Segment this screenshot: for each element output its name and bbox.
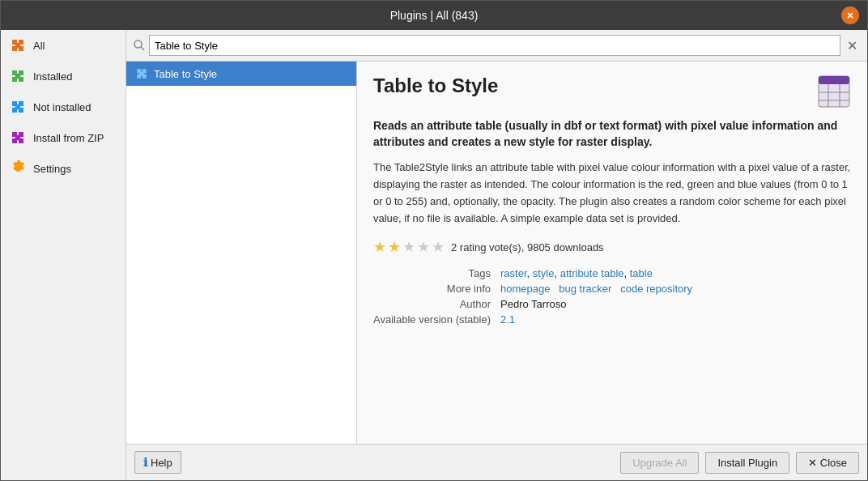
footer: ℹ Help Upgrade All Install Plugin ✕ Clos… bbox=[126, 444, 867, 480]
plugin-list: Table to Style bbox=[126, 62, 357, 444]
star-rating: ★ ★ ★ ★ ★ bbox=[373, 238, 445, 256]
version-value[interactable]: 2.1 bbox=[500, 313, 851, 326]
help-label: Help bbox=[151, 457, 172, 469]
rating-text: 2 rating vote(s), 9805 downloads bbox=[451, 241, 604, 253]
plugin-list-item-label: Table to Style bbox=[154, 68, 217, 80]
detail-body: Reads an attribute table (usually in dbf… bbox=[373, 118, 851, 431]
star-1: ★ bbox=[373, 238, 386, 256]
installed-icon bbox=[9, 67, 27, 85]
tag-attribute-table[interactable]: attribute table bbox=[560, 267, 624, 279]
search-clear-button[interactable]: ✕ bbox=[844, 38, 861, 53]
zip-icon bbox=[9, 129, 27, 147]
star-3: ★ bbox=[402, 238, 415, 256]
window-title: Plugins | All (843) bbox=[390, 9, 479, 22]
sidebar-item-installed[interactable]: Installed bbox=[1, 61, 126, 92]
close-button[interactable]: × bbox=[841, 6, 859, 24]
tags-value: raster, style, attribute table, table bbox=[500, 267, 851, 279]
version-label: Available version (stable) bbox=[373, 313, 491, 326]
footer-left: ℹ Help bbox=[134, 451, 181, 474]
install-label: Install Plugin bbox=[717, 457, 777, 469]
sidebar-label-not-installed: Not installed bbox=[33, 101, 91, 113]
search-icon bbox=[133, 39, 146, 52]
link-code-repository[interactable]: code repository bbox=[620, 283, 692, 295]
plugin-detail: Table to Style bbox=[357, 62, 867, 444]
close-icon: ✕ bbox=[808, 457, 817, 469]
svg-line-1 bbox=[141, 47, 144, 50]
help-button[interactable]: ℹ Help bbox=[134, 451, 181, 474]
tags-label: Tags bbox=[373, 267, 491, 279]
close-label: Close bbox=[820, 457, 847, 469]
more-info-value: homepage bug tracker code repository bbox=[500, 283, 851, 295]
close-button-footer[interactable]: ✕ Close bbox=[796, 452, 859, 474]
all-icon bbox=[9, 36, 27, 54]
upgrade-all-label: Upgrade All bbox=[632, 457, 687, 469]
titlebar: Plugins | All (843) × bbox=[1, 1, 867, 30]
link-bug-tracker[interactable]: bug tracker bbox=[559, 283, 611, 295]
sidebar-item-settings[interactable]: Settings bbox=[1, 153, 126, 184]
search-bar: ✕ bbox=[126, 30, 867, 62]
install-plugin-button[interactable]: Install Plugin bbox=[705, 452, 789, 474]
link-homepage[interactable]: homepage bbox=[500, 283, 550, 295]
more-info-label: More info bbox=[373, 283, 491, 295]
not-installed-icon bbox=[9, 98, 27, 116]
rating-row: ★ ★ ★ ★ ★ 2 rating vote(s), 9805 downloa… bbox=[373, 238, 851, 256]
star-5: ★ bbox=[432, 238, 445, 256]
sidebar-item-all[interactable]: All bbox=[1, 30, 126, 61]
sidebar-label-all: All bbox=[33, 40, 45, 52]
search-input[interactable] bbox=[149, 35, 840, 56]
tag-raster[interactable]: raster bbox=[500, 267, 527, 279]
footer-right: Upgrade All Install Plugin ✕ Close bbox=[620, 452, 859, 474]
svg-rect-3 bbox=[819, 76, 849, 84]
svg-point-0 bbox=[134, 40, 142, 48]
tag-table[interactable]: table bbox=[630, 267, 653, 279]
help-icon: ℹ bbox=[143, 456, 147, 469]
detail-description: The Table2Style links an attribute table… bbox=[373, 160, 851, 227]
plugin-list-item-icon bbox=[134, 66, 149, 81]
right-panel: ✕ Table to Style Table to Style bbox=[126, 30, 867, 480]
detail-plugin-icon bbox=[817, 74, 851, 109]
main-window: Plugins | All (843) × All bbox=[0, 0, 868, 481]
sidebar-item-install-zip[interactable]: Install from ZIP bbox=[1, 122, 126, 153]
tag-style[interactable]: style bbox=[533, 267, 555, 279]
author-label: Author bbox=[373, 298, 491, 310]
sidebar-item-not-installed[interactable]: Not installed bbox=[1, 92, 126, 122]
detail-title: Table to Style bbox=[373, 74, 498, 97]
star-2: ★ bbox=[388, 238, 401, 256]
main-content: All Installed Not installed bbox=[1, 30, 867, 480]
sidebar-label-installed: Installed bbox=[33, 70, 72, 83]
sidebar: All Installed Not installed bbox=[1, 30, 126, 480]
author-value: Pedro Tarroso bbox=[500, 298, 851, 310]
star-4: ★ bbox=[417, 238, 430, 256]
upgrade-all-button[interactable]: Upgrade All bbox=[620, 452, 699, 474]
detail-tagline: Reads an attribute table (usually in dbf… bbox=[373, 118, 851, 150]
meta-table: Tags raster, style, attribute table, tab… bbox=[373, 267, 851, 326]
content-area: Table to Style Table to Style bbox=[126, 62, 867, 444]
sidebar-label-install-zip: Install from ZIP bbox=[33, 132, 104, 144]
settings-icon bbox=[9, 160, 27, 177]
list-item[interactable]: Table to Style bbox=[126, 62, 356, 86]
sidebar-label-settings: Settings bbox=[33, 163, 71, 175]
detail-header: Table to Style bbox=[373, 74, 851, 109]
